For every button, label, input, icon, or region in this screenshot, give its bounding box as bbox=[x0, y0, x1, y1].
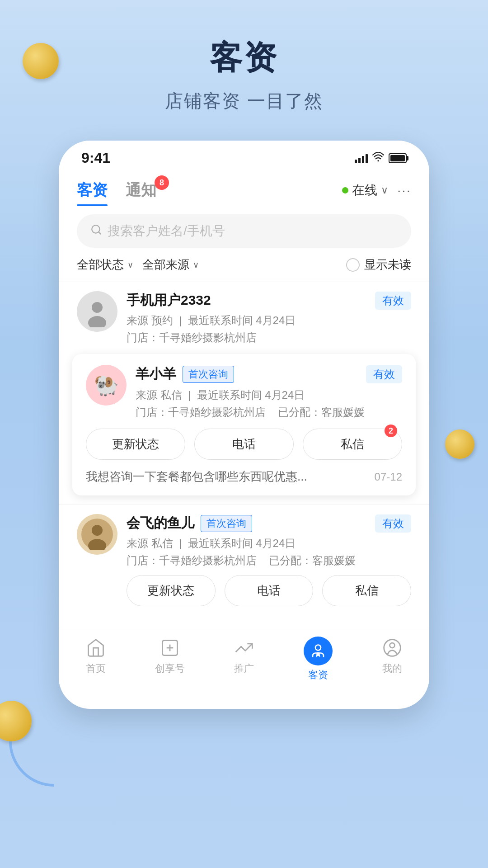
customer-status-sheep: 有效 bbox=[366, 365, 402, 383]
svg-point-0 bbox=[377, 160, 379, 161]
avatar-2332 bbox=[77, 291, 117, 332]
signal-icon bbox=[355, 153, 368, 163]
app-subtitle: 店铺客资 一目了然 bbox=[0, 89, 488, 113]
customer-store-fish: 门店：千寻婚纱摄影杭州店 已分配：客服媛媛 bbox=[127, 553, 411, 568]
expanded-card-sheep[interactable]: 🐏 羊小羊 首次咨询 有效 来源 私信 | 最近联系时间 4月24日 门店：千寻… bbox=[72, 354, 416, 495]
svg-point-11 bbox=[315, 645, 321, 651]
svg-point-6 bbox=[92, 525, 103, 536]
battery-icon bbox=[389, 153, 407, 163]
nav-item-home[interactable]: 首页 bbox=[59, 637, 133, 682]
more-button[interactable]: ··· bbox=[397, 183, 411, 198]
status-filter[interactable]: 全部状态 ∨ bbox=[77, 257, 133, 273]
phone-fish-button[interactable]: 电话 bbox=[225, 575, 314, 606]
gold-ball-decoration bbox=[23, 43, 59, 79]
action-buttons-fish: 更新状态 电话 私信 bbox=[127, 575, 411, 606]
customer-status-fish: 有效 bbox=[375, 514, 411, 533]
status-filter-chevron: ∨ bbox=[127, 260, 133, 270]
customer-name-fish: 会飞的鱼儿 bbox=[127, 514, 194, 533]
customer-info-sheep: 羊小羊 首次咨询 有效 来源 私信 | 最近联系时间 4月24日 门店：千寻婚纱… bbox=[136, 365, 402, 420]
customer-status-2332: 有效 bbox=[375, 292, 411, 310]
customer-name-2332: 手机用户2332 bbox=[127, 291, 211, 310]
status-time: 9:41 bbox=[81, 150, 110, 166]
customer-icon bbox=[304, 637, 333, 665]
customer-item-fish[interactable]: 会飞的鱼儿 首次咨询 有效 来源 私信 | 最近联系时间 4月24日 门店：千寻… bbox=[59, 505, 429, 624]
profile-icon bbox=[381, 637, 404, 659]
nav-item-promote[interactable]: 推广 bbox=[207, 637, 281, 682]
update-status-button[interactable]: 更新状态 bbox=[86, 429, 185, 460]
tab-customer[interactable]: 客资 bbox=[77, 175, 108, 205]
nav-item-customer[interactable]: 客资 bbox=[281, 637, 355, 682]
phone-mockup: 9:41 客资 bbox=[59, 141, 429, 709]
action-buttons-sheep: 更新状态 电话 私信 2 bbox=[86, 429, 402, 460]
status-bar: 9:41 bbox=[59, 141, 429, 171]
search-bar[interactable]: 搜索客户姓名/手机号 bbox=[77, 214, 411, 248]
message-button[interactable]: 私信 2 bbox=[303, 429, 402, 460]
promote-icon bbox=[233, 637, 255, 659]
customer-store-sheep: 门店：千寻婚纱摄影杭州店 已分配：客服媛媛 bbox=[136, 405, 402, 420]
customer-info-fish: 会飞的鱼儿 首次咨询 有效 来源 私信 | 最近联系时间 4月24日 门店：千寻… bbox=[127, 514, 411, 615]
search-placeholder: 搜索客户姓名/手机号 bbox=[108, 222, 225, 240]
toggle-circle-icon bbox=[346, 258, 360, 272]
avatar-sheep: 🐏 bbox=[86, 365, 127, 406]
tab-notification[interactable]: 通知 8 bbox=[126, 175, 156, 205]
source-filter-chevron: ∨ bbox=[193, 260, 199, 270]
app-header-section: 客资 店铺客资 一目了然 bbox=[0, 0, 488, 132]
customer-tag-sheep: 首次咨询 bbox=[183, 366, 234, 383]
header-right-controls: 在线 ∨ ··· bbox=[342, 182, 411, 199]
message-fish-button[interactable]: 私信 bbox=[322, 575, 411, 606]
unread-toggle[interactable]: 显示未读 bbox=[346, 257, 411, 273]
create-icon bbox=[159, 637, 181, 659]
online-status[interactable]: 在线 ∨ bbox=[342, 182, 388, 199]
app-title: 客资 bbox=[0, 36, 488, 80]
last-message-time: 07-12 bbox=[375, 471, 402, 483]
home-icon bbox=[84, 637, 107, 659]
svg-point-3 bbox=[92, 302, 103, 313]
gold-ball-right-decoration bbox=[445, 429, 474, 459]
bottom-nav: 首页 创享号 推广 bbox=[59, 629, 429, 695]
filter-row: 全部状态 ∨ 全部来源 ∨ 显示未读 bbox=[59, 257, 429, 282]
source-filter[interactable]: 全部来源 ∨ bbox=[142, 257, 199, 273]
wifi-icon bbox=[372, 152, 384, 165]
notification-badge: 8 bbox=[155, 175, 169, 190]
customer-meta-fish: 来源 私信 | 最近联系时间 4月24日 bbox=[127, 536, 411, 551]
customer-info-2332: 手机用户2332 有效 来源 预约 | 最近联系时间 4月24日 门店：千寻婚纱… bbox=[127, 291, 411, 345]
customer-store-2332: 门店：千寻婚纱摄影杭州店 bbox=[127, 330, 411, 345]
nav-item-create[interactable]: 创享号 bbox=[133, 637, 207, 682]
nav-item-profile[interactable]: 我的 bbox=[355, 637, 429, 682]
app-nav-tabs: 客资 通知 8 在线 ∨ ··· bbox=[59, 171, 429, 205]
message-badge: 2 bbox=[385, 425, 397, 437]
chevron-down-icon: ∨ bbox=[381, 184, 388, 196]
gold-ball-bottom-decoration bbox=[0, 701, 32, 741]
customer-tag-fish: 首次咨询 bbox=[201, 515, 252, 532]
customer-item-2332[interactable]: 手机用户2332 有效 来源 预约 | 最近联系时间 4月24日 门店：千寻婚纱… bbox=[59, 282, 429, 354]
phone-button[interactable]: 电话 bbox=[194, 429, 294, 460]
last-message-sheep: 我想咨询一下套餐都包含哪些东西呢优惠... 07-12 bbox=[86, 469, 402, 485]
status-icons bbox=[355, 152, 407, 165]
search-icon bbox=[90, 224, 102, 239]
update-status-fish-button[interactable]: 更新状态 bbox=[127, 575, 216, 606]
last-message-text: 我想咨询一下套餐都包含哪些东西呢优惠... bbox=[86, 469, 375, 485]
customer-meta-2332: 来源 预约 | 最近联系时间 4月24日 bbox=[127, 313, 411, 328]
avatar-fish bbox=[77, 514, 117, 555]
svg-point-13 bbox=[390, 643, 395, 648]
customer-meta-sheep: 来源 私信 | 最近联系时间 4月24日 bbox=[136, 388, 402, 402]
customer-name-sheep: 羊小羊 bbox=[136, 365, 176, 383]
online-dot bbox=[342, 187, 348, 193]
